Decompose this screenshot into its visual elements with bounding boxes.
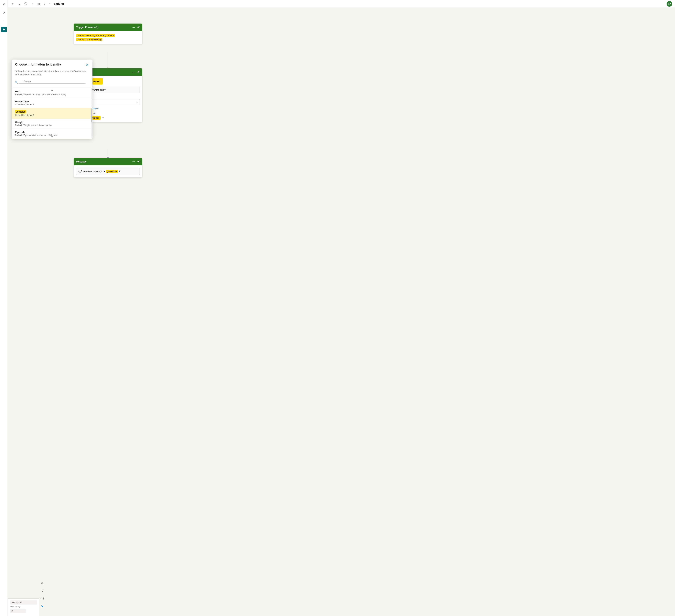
variable-button[interactable]: {x} [36, 1, 41, 6]
sidebar: ✕ ↺ ⋮ ⚑ [0, 0, 8, 616]
trigger-node: Trigger Phrases (2) ⋯ ✔ i want to leave … [74, 23, 142, 44]
scrollbar-thumb[interactable] [91, 108, 92, 122]
flow-button[interactable]: ⊸ [29, 1, 34, 6]
panel-header: Choose information to identify ✕ [12, 60, 92, 69]
history-icon[interactable]: ⏱ [40, 588, 45, 594]
item-zip-code-title: Zip code [15, 131, 89, 134]
chat-timestamp: 2 minutes ago [10, 606, 37, 608]
send-icon[interactable]: ➤ [40, 603, 45, 609]
info-button[interactable]: ⓘ [23, 1, 28, 6]
flag-button[interactable]: ⚑ [1, 27, 7, 32]
trigger-node-header: Trigger Phrases (2) ⋯ ✔ [74, 23, 142, 31]
scrollbar-track [91, 88, 92, 139]
message-check-icon: ✔ [137, 160, 140, 164]
trigger-menu-button[interactable]: ⋯ [132, 26, 136, 29]
undo-button[interactable]: ↩ [11, 1, 15, 6]
message-node-body: 💬 You want to park your {x} vehicle ? [74, 165, 142, 177]
refresh-button[interactable]: ↺ [1, 10, 7, 15]
more-button[interactable]: ⋮ [1, 18, 7, 24]
user-avatar[interactable]: MA [667, 1, 672, 7]
question-menu-button[interactable]: ⋯ [132, 71, 136, 74]
trigger-node-body: i want to leave my something outside i w… [74, 31, 142, 44]
message-menu-button[interactable]: ⋯ [132, 160, 136, 163]
message-node-header: Message ⋯ ✔ [74, 158, 142, 165]
panel-list: ▲ URL Prebuilt, Website URLs and links, … [12, 88, 92, 139]
trigger-phrase-1: i want to leave my something outside [76, 34, 115, 37]
chat-panel: park my car 2 minutes ago ? [8, 599, 40, 616]
item-vehicles-title: vehicles [15, 110, 89, 114]
target-icon[interactable]: ⊕ [40, 580, 45, 586]
canvas-area: Trigger Phrases (2) ⋯ ✔ i want to leave … [8, 8, 675, 616]
message-icon: 💬 [78, 170, 82, 173]
bottom-toolbar: ⊕ ⏱ {x} ➤ [40, 580, 45, 609]
message-text: You want to park your [83, 170, 105, 173]
panel-description: To help the bot pick out specific inform… [12, 69, 92, 79]
item-weight-title: Weight [15, 121, 89, 124]
item-vehicles-desc: Closed List; items: 2 [15, 114, 89, 116]
list-item-weight[interactable]: Weight Prebuilt, Weight, extracted as a … [12, 119, 92, 129]
scroll-down-icon[interactable]: ▼ [51, 136, 53, 138]
search-wrapper: 🔍 [15, 79, 89, 86]
panel-title: Choose information to identify [15, 63, 61, 66]
vehicles-item-highlight: vehicles [15, 110, 26, 113]
search-input[interactable] [19, 79, 85, 84]
variable-icon[interactable]: {x} [40, 596, 45, 601]
item-url-desc: Prebuilt, Website URLs and links, extrac… [15, 93, 89, 96]
chart-button[interactable]: ⤴ [42, 1, 47, 6]
back-button[interactable]: ← [49, 2, 52, 6]
message-node: Message ⋯ ✔ 💬 You want to park your {x} … [74, 158, 142, 177]
item-weight-desc: Prebuilt, Weight, extracted as a number [15, 124, 89, 126]
scroll-up-icon[interactable]: ▲ [51, 89, 53, 91]
page-title: parking [54, 2, 64, 5]
trigger-phrase-2: i want to park something [76, 38, 102, 41]
trigger-check-icon: ✔ [137, 25, 140, 29]
identify-chevron-icon: › [137, 101, 138, 104]
chat-response: ? [10, 609, 26, 613]
question-check-icon: ✔ [137, 70, 140, 74]
chevron-down-button[interactable]: ⌄ [17, 1, 22, 6]
trigger-title: Trigger Phrases (2) [76, 26, 98, 29]
choose-information-panel: Choose information to identify ✕ To help… [12, 60, 92, 139]
message-title: Message [76, 160, 86, 163]
panel-close-button[interactable]: ✕ [86, 63, 89, 67]
list-item-usage-type[interactable]: Usage Type Closed List; items: 3 [12, 98, 92, 108]
trigger-phrases: i want to leave my something outside i w… [76, 33, 140, 41]
item-usage-type-title: Usage Type [15, 100, 89, 103]
chat-bubble: park my car [10, 600, 37, 605]
close-button[interactable]: ✕ [1, 1, 7, 7]
toolbar: ↩ ⌄ ⓘ ⊸ {x} ⤴ ← parking MA [8, 0, 675, 8]
message-var: {x} vehicle [106, 170, 118, 173]
edit-save-response-icon[interactable]: ✎ [102, 116, 104, 119]
message-content: 💬 You want to park your {x} vehicle ? [76, 168, 140, 175]
message-end: ? [119, 170, 120, 173]
list-item-vehicles[interactable]: vehicles Closed List; items: 2 [12, 108, 92, 119]
item-usage-type-desc: Closed List; items: 3 [15, 103, 89, 106]
search-icon: 🔍 [15, 81, 18, 84]
